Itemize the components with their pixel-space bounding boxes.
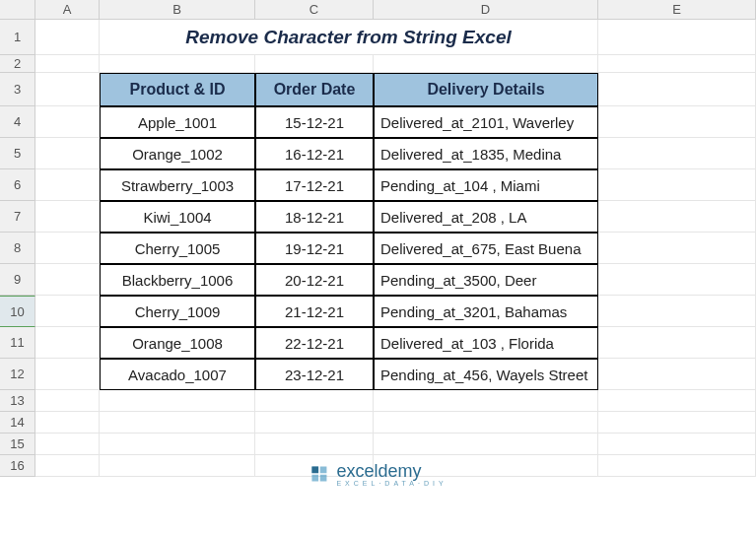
col-header-B[interactable]: B [100, 0, 255, 20]
cell-E5[interactable] [598, 138, 756, 169]
row-header-14[interactable]: 14 [0, 412, 35, 434]
cell-E3[interactable] [598, 73, 756, 106]
table-cell-order[interactable]: 22-12-21 [255, 327, 374, 359]
cell-E13[interactable] [598, 390, 756, 412]
cell-E8[interactable] [598, 233, 756, 264]
row-header-8[interactable]: 8 [0, 233, 35, 264]
table-cell-delivery[interactable]: Delivered_at_675, East Buena [374, 233, 598, 264]
page-title: Remove Character from String Excel [100, 20, 598, 55]
row-header-2[interactable]: 2 [0, 55, 35, 73]
row-header-6[interactable]: 6 [0, 169, 35, 201]
table-cell-delivery[interactable]: Pending_at_3201, Bahamas [374, 296, 598, 327]
cell-A9[interactable] [35, 264, 100, 296]
cell-C14[interactable] [255, 412, 374, 434]
cell-A7[interactable] [35, 201, 100, 233]
cell-C2[interactable] [255, 55, 374, 73]
table-cell-delivery[interactable]: Pending_at_104 , Miami [374, 169, 598, 201]
cell-C13[interactable] [255, 390, 374, 412]
cell-C15[interactable] [255, 434, 374, 455]
table-cell-delivery[interactable]: Delivered_at_103 , Florida [374, 327, 598, 359]
cell-D13[interactable] [374, 390, 598, 412]
cell-A16[interactable] [35, 455, 100, 477]
row-header-1[interactable]: 1 [0, 20, 35, 55]
table-cell-delivery[interactable]: Pending_at_3500, Deer [374, 264, 598, 296]
cell-E1[interactable] [598, 20, 756, 55]
table-cell-product[interactable]: Strawberry_1003 [100, 169, 255, 201]
cell-E16[interactable] [598, 455, 756, 477]
cell-A2[interactable] [35, 55, 100, 73]
brand-name: exceldemy [336, 461, 421, 481]
cell-A14[interactable] [35, 412, 100, 434]
select-all-corner[interactable] [0, 0, 35, 20]
row-header-9[interactable]: 9 [0, 264, 35, 296]
cell-A6[interactable] [35, 169, 100, 201]
table-cell-product[interactable]: Avacado_1007 [100, 359, 255, 390]
row-header-10[interactable]: 10 [0, 296, 35, 327]
cell-E7[interactable] [598, 201, 756, 233]
cell-D14[interactable] [374, 412, 598, 434]
cell-A12[interactable] [35, 359, 100, 390]
col-header-A[interactable]: A [35, 0, 100, 20]
cell-A8[interactable] [35, 233, 100, 264]
cell-E14[interactable] [598, 412, 756, 434]
cell-A4[interactable] [35, 106, 100, 138]
table-cell-order[interactable]: 21-12-21 [255, 296, 374, 327]
row-header-16[interactable]: 16 [0, 455, 35, 477]
table-cell-product[interactable]: Orange_1002 [100, 138, 255, 169]
row-header-3[interactable]: 3 [0, 73, 35, 106]
cell-A13[interactable] [35, 390, 100, 412]
table-cell-order[interactable]: 15-12-21 [255, 106, 374, 138]
row-header-12[interactable]: 12 [0, 359, 35, 390]
cell-D15[interactable] [374, 434, 598, 455]
table-cell-delivery[interactable]: Delivered_at_208 , LA [374, 201, 598, 233]
col-header-D[interactable]: D [374, 0, 598, 20]
row-header-13[interactable]: 13 [0, 390, 35, 412]
cell-A11[interactable] [35, 327, 100, 359]
cell-E10[interactable] [598, 296, 756, 327]
col-header-E[interactable]: E [598, 0, 756, 20]
cell-E9[interactable] [598, 264, 756, 296]
cell-B13[interactable] [100, 390, 255, 412]
row-header-7[interactable]: 7 [0, 201, 35, 233]
row-header-5[interactable]: 5 [0, 138, 35, 169]
table-header-delivery[interactable]: Delivery Details [374, 73, 598, 106]
cell-D2[interactable] [374, 55, 598, 73]
table-cell-product[interactable]: Cherry_1005 [100, 233, 255, 264]
cell-B16[interactable] [100, 455, 255, 477]
table-cell-order[interactable]: 18-12-21 [255, 201, 374, 233]
cell-E11[interactable] [598, 327, 756, 359]
cell-B14[interactable] [100, 412, 255, 434]
table-cell-delivery[interactable]: Delivered_at_2101, Waverley [374, 106, 598, 138]
table-cell-product[interactable]: Apple_1001 [100, 106, 255, 138]
table-cell-product[interactable]: Blackberry_1006 [100, 264, 255, 296]
table-cell-order[interactable]: 19-12-21 [255, 233, 374, 264]
table-cell-product[interactable]: Cherry_1009 [100, 296, 255, 327]
row-header-11[interactable]: 11 [0, 327, 35, 359]
cell-A15[interactable] [35, 434, 100, 455]
table-cell-order[interactable]: 17-12-21 [255, 169, 374, 201]
table-cell-order[interactable]: 23-12-21 [255, 359, 374, 390]
cell-E12[interactable] [598, 359, 756, 390]
table-cell-order[interactable]: 16-12-21 [255, 138, 374, 169]
table-cell-product[interactable]: Kiwi_1004 [100, 201, 255, 233]
table-cell-product[interactable]: Orange_1008 [100, 327, 255, 359]
cell-A3[interactable] [35, 73, 100, 106]
cell-E4[interactable] [598, 106, 756, 138]
row-header-15[interactable]: 15 [0, 434, 35, 455]
cell-E6[interactable] [598, 169, 756, 201]
table-cell-order[interactable]: 20-12-21 [255, 264, 374, 296]
cell-A1[interactable] [35, 20, 100, 55]
cell-E2[interactable] [598, 55, 756, 73]
cell-A5[interactable] [35, 138, 100, 169]
col-header-C[interactable]: C [255, 0, 374, 20]
cell-B2[interactable] [100, 55, 255, 73]
table-header-order[interactable]: Order Date [255, 73, 374, 106]
table-header-product[interactable]: Product & ID [100, 73, 255, 106]
brand-logo-icon [309, 464, 328, 484]
table-cell-delivery[interactable]: Pending_at_456, Wayels Street [374, 359, 598, 390]
cell-B15[interactable] [100, 434, 255, 455]
row-header-4[interactable]: 4 [0, 106, 35, 138]
cell-A10[interactable] [35, 296, 100, 327]
cell-E15[interactable] [598, 434, 756, 455]
table-cell-delivery[interactable]: Delivered_at_1835, Medina [374, 138, 598, 169]
